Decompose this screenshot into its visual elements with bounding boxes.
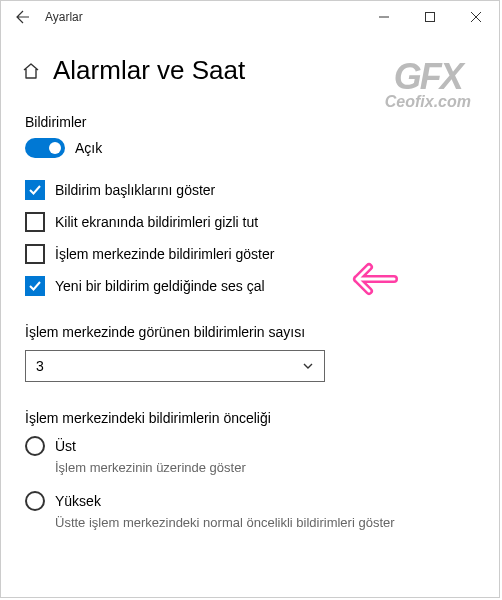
notifications-label: Bildirimler <box>25 114 475 130</box>
toggle-state-label: Açık <box>75 140 102 156</box>
radio-row-1: Yüksek <box>25 491 475 511</box>
checkbox-label-1: Kilit ekranında bildirimleri gizli tut <box>55 214 258 230</box>
close-icon <box>471 12 481 22</box>
action-center-count-select[interactable]: 3 <box>25 350 325 382</box>
checkbox-row-0: Bildirim başlıklarını göster <box>25 180 475 200</box>
maximize-icon <box>425 12 435 22</box>
checkbox-2[interactable] <box>25 244 45 264</box>
radio-row-0: Üst <box>25 436 475 456</box>
radio-desc-0: İşlem merkezinin üzerinde göster <box>55 460 475 475</box>
checkbox-3[interactable] <box>25 276 45 296</box>
radio-0[interactable] <box>25 436 45 456</box>
radio-label-1: Yüksek <box>55 493 101 509</box>
checkbox-label-0: Bildirim başlıklarını göster <box>55 182 215 198</box>
titlebar: Ayarlar <box>1 1 499 33</box>
page-title: Alarmlar ve Saat <box>53 55 245 86</box>
check-icon <box>28 183 42 197</box>
checkbox-row-1: Kilit ekranında bildirimleri gizli tut <box>25 212 475 232</box>
select-value: 3 <box>36 358 44 374</box>
priority-label: İşlem merkezindeki bildirimlerin önceliğ… <box>25 410 475 426</box>
radio-1[interactable] <box>25 491 45 511</box>
checkbox-0[interactable] <box>25 180 45 200</box>
radio-label-0: Üst <box>55 438 76 454</box>
checkbox-label-2: İşlem merkezinde bildirimleri göster <box>55 246 274 262</box>
checkbox-label-3: Yeni bir bildirim geldiğinde ses çal <box>55 278 265 294</box>
back-button[interactable] <box>9 3 37 31</box>
maximize-button[interactable] <box>407 1 453 33</box>
notifications-toggle[interactable] <box>25 138 65 158</box>
svg-rect-0 <box>426 13 435 22</box>
arrow-left-icon <box>15 9 31 25</box>
checkbox-1[interactable] <box>25 212 45 232</box>
checkbox-row-3: Yeni bir bildirim geldiğinde ses çal <box>25 276 475 296</box>
chevron-down-icon <box>302 360 314 372</box>
minimize-icon <box>379 12 389 22</box>
minimize-button[interactable] <box>361 1 407 33</box>
action-center-count-label: İşlem merkezinde görünen bildirimlerin s… <box>25 324 475 340</box>
checkbox-row-2: İşlem merkezinde bildirimleri göster <box>25 244 475 264</box>
radio-desc-1: Üstte işlem merkezindeki normal öncelikl… <box>55 515 475 530</box>
check-icon <box>28 279 42 293</box>
close-button[interactable] <box>453 1 499 33</box>
window-title: Ayarlar <box>45 10 83 24</box>
home-icon[interactable] <box>21 61 41 81</box>
